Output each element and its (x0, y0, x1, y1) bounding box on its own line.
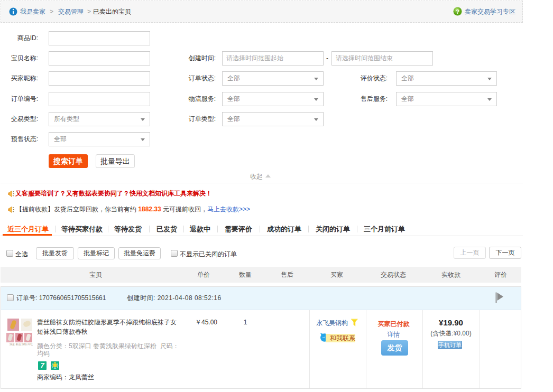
svg-text:?: ? (456, 8, 459, 15)
